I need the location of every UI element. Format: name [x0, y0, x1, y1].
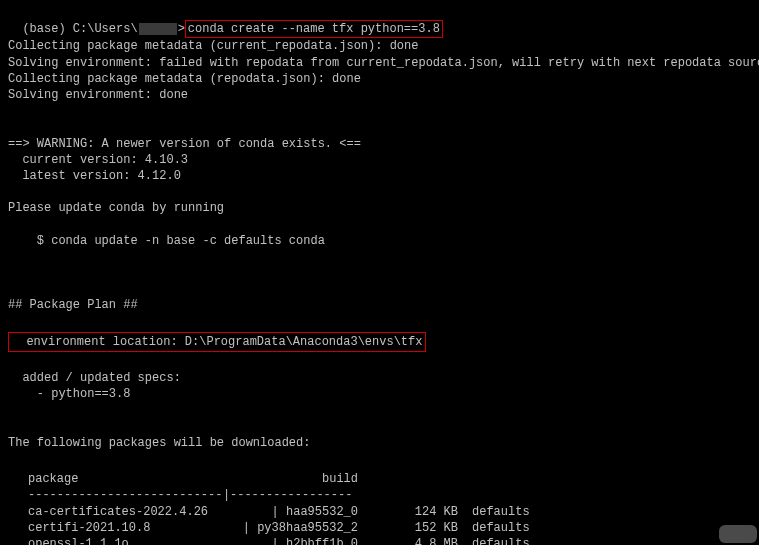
pkg-build: haa95532_0 — [286, 505, 358, 519]
pkg-build: py38haa95532_2 — [257, 521, 358, 535]
pkg-size: 152 KB — [358, 520, 458, 536]
highlighted-command: conda create --name tfx python==3.8 — [185, 20, 443, 38]
blank-line — [8, 314, 751, 330]
output-line: Solving environment: failed with repodat… — [8, 55, 751, 71]
prompt-suffix: > — [178, 22, 185, 36]
scrollbar-thumb[interactable] — [719, 525, 757, 543]
table-row: certifi-2021.10.8 | py38haa95532_2 152 K… — [28, 520, 751, 536]
package-plan-header: ## Package Plan ## — [8, 297, 751, 313]
spec-item: - python==3.8 — [8, 386, 751, 402]
header-build: build — [223, 471, 358, 487]
package-table: package build --------------------------… — [28, 471, 751, 545]
highlighted-env-location: environment location: D:\ProgramData\Ana… — [8, 332, 426, 352]
blank-line — [8, 184, 751, 200]
env-location-text: environment location: D:\ProgramData\Ana… — [12, 335, 422, 349]
pkg-size: 124 KB — [358, 504, 458, 520]
table-row: openssl-1.1.1o | h2bbff1b_0 4.8 MB defau… — [28, 536, 751, 545]
download-header: The following packages will be downloade… — [8, 435, 751, 451]
added-updated-label: added / updated specs: — [8, 370, 751, 386]
blank-line — [8, 451, 751, 467]
blank-line — [8, 103, 751, 119]
pkg-name: openssl-1.1.1o — [28, 536, 223, 545]
blank-line — [8, 403, 751, 419]
output-line: Collecting package metadata (current_rep… — [8, 38, 751, 54]
package-separator: --------------------------- | ----------… — [28, 487, 751, 503]
redacted-username — [139, 23, 177, 35]
prompt-prefix: (base) C:\Users\ — [22, 22, 137, 36]
pkg-channel: defaults — [458, 520, 538, 536]
pkg-channel: defaults — [458, 504, 538, 520]
update-command: $ conda update -n base -c defaults conda — [8, 233, 751, 249]
header-package: package — [28, 471, 223, 487]
blank-line — [8, 119, 751, 135]
blank-line — [8, 265, 751, 281]
output-line: Collecting package metadata (repodata.js… — [8, 71, 751, 87]
output-line: Solving environment: done — [8, 87, 751, 103]
pkg-name: certifi-2021.10.8 — [28, 520, 223, 536]
pkg-name: ca-certificates-2022.4.26 — [28, 504, 223, 520]
pkg-build: h2bbff1b_0 — [286, 537, 358, 545]
blank-line — [8, 354, 751, 370]
env-location-wrapper: environment location: D:\ProgramData\Ana… — [8, 330, 751, 354]
table-row: ca-certificates-2022.4.26 | haa95532_0 1… — [28, 504, 751, 520]
warning-header: ==> WARNING: A newer version of conda ex… — [8, 136, 751, 152]
warning-current-version: current version: 4.10.3 — [8, 152, 751, 168]
prompt-line: (base) C:\Users\>conda create --name tfx… — [8, 4, 751, 38]
pkg-channel: defaults — [458, 536, 538, 545]
command-text[interactable]: conda create --name tfx python==3.8 — [188, 22, 440, 36]
blank-line — [8, 419, 751, 435]
pkg-size: 4.8 MB — [358, 536, 458, 545]
warning-latest-version: latest version: 4.12.0 — [8, 168, 751, 184]
blank-line — [8, 216, 751, 232]
blank-line — [8, 281, 751, 297]
package-table-header: package build — [28, 471, 751, 487]
update-prompt: Please update conda by running — [8, 200, 751, 216]
blank-line — [8, 249, 751, 265]
